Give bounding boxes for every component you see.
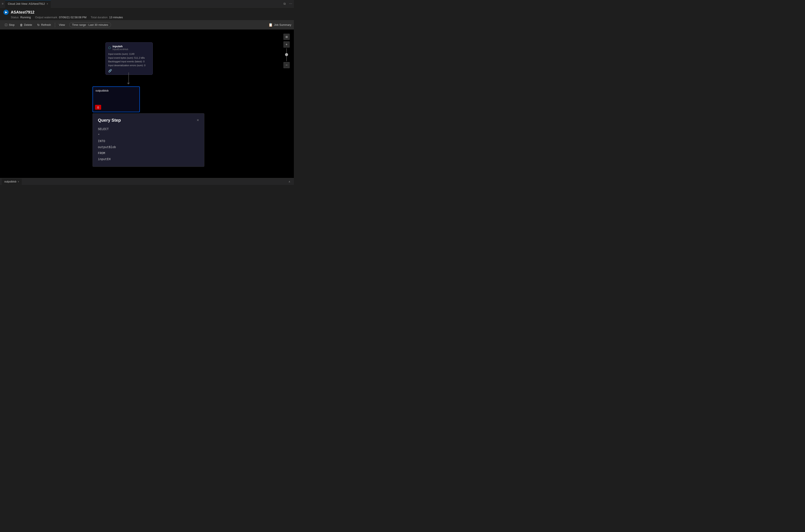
zoom-fit-button[interactable]: ⊞ [283,34,290,40]
time-range-button[interactable]: Time range : Last 30 minutes [69,22,111,27]
menu-icon: ≡ [2,2,3,5]
query-panel-header: Query Step × [98,118,199,123]
input-node-subtitle: InputEventHub [112,48,128,51]
cloud-job-tab[interactable]: Cloud Job View: ASAtest7912 × [5,0,51,7]
zoom-in-button[interactable]: + [283,41,290,48]
title-bar: ▶ ASAtest7912 Status Running Output wate… [0,7,294,20]
job-name: ASAtest7912 [11,10,34,15]
query-line-outputblob: outputBlob [98,144,199,150]
tab-title: Cloud Job View: ASAtest7912 [8,2,45,5]
bottom-bar: outputblob ∨ ∧ [0,178,294,185]
job-metadata: Status Running Output watermark 07/06/21… [3,16,290,19]
zoom-slider-track [286,49,287,61]
input-node-title: inputeh [112,45,128,48]
input-node[interactable]: ⬡ inputeh InputEventHub Input events (su… [105,42,153,75]
node-connector-line [128,73,129,83]
zoom-out-icon: − [286,63,288,67]
duration-value: 13 minutes [109,16,123,19]
input-node-icon: ⬡ [108,46,111,50]
input-node-header: ⬡ inputeh InputEventHub [108,45,150,51]
stop-button[interactable]: ☐ Stop [3,22,17,28]
time-range-label: Time range : Last 30 minutes [72,23,108,26]
bottom-tab-chevron-icon: ∨ [18,180,19,183]
input-node-stats: Input events (sum): 1149 Input event byt… [108,52,150,67]
input-node-footer: 🔗 [108,69,150,73]
stat-input-bytes: Input event bytes (sum): 511.2 kBs [108,56,150,60]
view-button[interactable]: View [57,22,67,28]
query-step-panel: Query Step × SELECT * INTO outputBlob FR… [92,113,204,167]
watermark-value: 07/06/21 02:58:08 PM [59,16,87,19]
status-value: Running [20,16,31,19]
job-summary-label: Job Summary [274,23,291,26]
split-editor-icon[interactable]: ⧉ [283,2,286,5]
more-actions-icon[interactable]: ⋯ [289,2,292,5]
zoom-out-button[interactable]: − [283,62,290,68]
stat-input-events: Input events (sum): 1149 [108,52,150,56]
query-line-inputeh: inputEH [98,156,199,162]
canvas-area: ⬡ inputeh InputEventHub Input events (su… [0,30,294,185]
bottom-tab-outputblob[interactable]: outputblob ∨ [2,178,22,185]
zoom-fit-icon: ⊞ [286,35,288,38]
query-line-star: * [98,132,199,138]
zoom-slider-thumb[interactable] [285,53,288,56]
duration-label: Total duration 13 minutes [91,16,123,19]
query-line-select: SELECT [98,126,199,132]
zoom-controls: ⊞ + − [283,34,290,68]
query-line-from: FROM [98,150,199,156]
output-node[interactable]: outputblob {} [92,87,140,112]
query-panel-close-button[interactable]: × [197,118,199,122]
job-status-icon: ▶ [3,10,8,15]
stop-icon: ☐ [5,23,7,27]
status-label: Status Running [11,16,31,19]
node-connector-arrow [127,83,130,84]
job-summary-button[interactable]: 📋 Job Summary [269,23,291,27]
delete-label: Delete [24,23,32,26]
query-line-into: INTO [98,138,199,144]
output-node-icon[interactable]: {} [95,105,101,110]
toolbar: ☐ Stop 🗑 Delete ↻ Refresh View Time rang… [0,20,294,30]
refresh-icon: ↻ [37,23,40,27]
refresh-button[interactable]: ↻ Refresh [35,22,53,28]
stat-deserialization-errors: Input deserialization errors (sum): 0 [108,64,150,68]
tab-bar: ≡ Cloud Job View: ASAtest7912 × ⧉ ⋯ [0,0,294,7]
stat-backlogged: Backlogged input events (latest): 0 [108,60,150,64]
job-summary-icon: 📋 [269,23,273,27]
bottom-expand-icon[interactable]: ∧ [289,180,290,183]
stop-label: Stop [9,23,15,26]
bottom-tab-label: outputblob [4,180,16,183]
view-label: View [59,23,65,26]
output-node-title: outputblob [93,87,140,94]
query-panel-title: Query Step [98,118,121,123]
tab-close-button[interactable]: × [47,2,48,5]
delete-icon: 🗑 [20,23,23,27]
delete-button[interactable]: 🗑 Delete [18,22,34,28]
query-content: SELECT * INTO outputBlob FROM inputEH [98,126,199,162]
refresh-label: Refresh [41,23,51,26]
watermark-label: Output watermark 07/06/21 02:58:08 PM [35,16,87,19]
zoom-in-icon: + [286,42,288,46]
window-controls: ⧉ ⋯ [283,2,292,5]
